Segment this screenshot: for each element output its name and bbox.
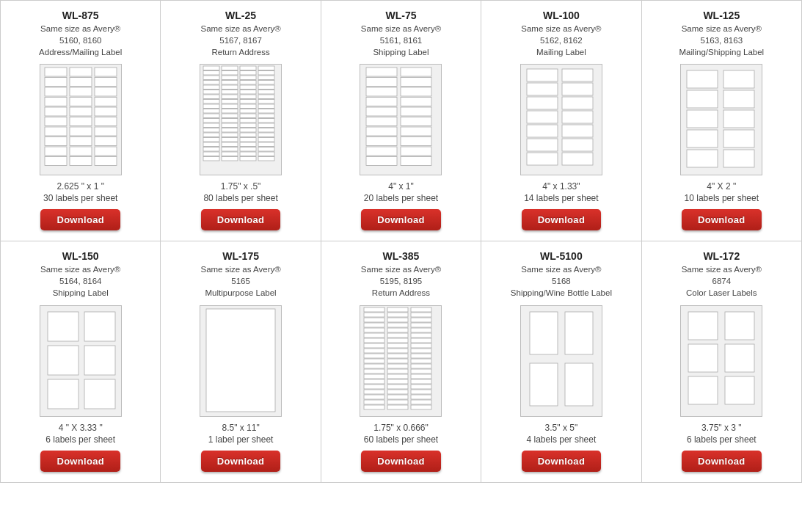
svg-rect-133 [562, 83, 593, 95]
svg-rect-53 [258, 90, 274, 95]
svg-rect-197 [364, 369, 384, 374]
svg-rect-3 [45, 78, 67, 87]
svg-rect-9 [45, 98, 67, 106]
svg-rect-80 [240, 123, 256, 128]
svg-rect-184 [411, 343, 431, 348]
download-button-wl-125[interactable]: Download [682, 209, 762, 230]
product-count-wl-75: 20 labels per sheet [364, 193, 438, 203]
download-button-wl-5100[interactable]: Download [522, 451, 602, 472]
label-preview-wl-175 [200, 305, 282, 417]
svg-rect-201 [387, 374, 408, 379]
svg-rect-145 [723, 70, 754, 88]
product-title-wl-172: WL-172 [703, 250, 740, 262]
svg-rect-32 [240, 66, 256, 70]
svg-rect-31 [222, 66, 238, 70]
product-count-wl-175: 1 label per sheet [208, 434, 274, 445]
svg-rect-196 [411, 364, 431, 368]
svg-rect-202 [411, 374, 431, 379]
svg-rect-102 [203, 152, 219, 156]
download-button-wl-100[interactable]: Download [522, 209, 602, 230]
product-title-wl-385: WL-385 [383, 250, 420, 262]
svg-rect-157 [84, 346, 115, 375]
label-preview-wl-385 [360, 305, 442, 417]
svg-rect-224 [565, 363, 593, 406]
product-count-wl-100: 14 labels per sheet [524, 193, 598, 203]
product-title-wl-25: WL-25 [225, 10, 256, 21]
svg-rect-78 [203, 123, 219, 128]
svg-rect-134 [527, 97, 558, 109]
svg-rect-124 [366, 137, 397, 146]
download-button-wl-175[interactable]: Download [201, 451, 281, 472]
product-title-wl-75: WL-75 [385, 10, 416, 21]
svg-rect-230 [725, 376, 754, 404]
download-button-wl-875[interactable]: Download [40, 209, 120, 230]
svg-rect-226 [725, 312, 754, 340]
svg-rect-123 [401, 127, 431, 136]
svg-rect-86 [203, 133, 219, 137]
product-cell-wl-125: WL-125 Same size as Avery®5163, 8163Mail… [642, 1, 802, 241]
svg-rect-209 [364, 390, 384, 394]
svg-rect-120 [366, 117, 397, 126]
svg-rect-204 [387, 379, 408, 384]
svg-rect-109 [258, 157, 274, 161]
svg-rect-5 [95, 78, 117, 87]
svg-rect-129 [401, 157, 431, 166]
svg-rect-93 [258, 138, 274, 142]
svg-rect-162 [387, 307, 408, 312]
svg-rect-221 [530, 312, 558, 354]
svg-rect-217 [411, 400, 431, 404]
svg-rect-72 [240, 114, 256, 118]
download-button-wl-75[interactable]: Download [361, 209, 441, 230]
svg-rect-52 [240, 90, 256, 95]
download-button-wl-25[interactable]: Download [201, 209, 281, 230]
svg-rect-36 [240, 71, 256, 76]
svg-rect-13 [70, 107, 92, 116]
label-preview-wl-100 [520, 64, 602, 175]
product-cell-wl-5100: WL-5100 Same size as Avery®5168Shipping/… [481, 241, 641, 482]
product-title-wl-150: WL-150 [62, 250, 99, 262]
label-preview-wl-25 [200, 64, 282, 175]
svg-rect-54 [203, 95, 219, 99]
svg-rect-181 [411, 338, 431, 343]
svg-rect-214 [411, 395, 431, 399]
svg-rect-0 [45, 68, 67, 76]
svg-rect-95 [222, 142, 238, 147]
svg-rect-25 [70, 147, 92, 156]
svg-rect-6 [45, 87, 67, 96]
svg-rect-70 [203, 114, 219, 118]
svg-rect-148 [687, 110, 718, 128]
svg-rect-161 [364, 307, 384, 312]
svg-rect-138 [527, 125, 558, 137]
svg-rect-7 [70, 87, 92, 96]
svg-rect-44 [240, 81, 256, 85]
svg-rect-96 [240, 142, 256, 147]
download-button-wl-385[interactable]: Download [361, 451, 441, 472]
label-preview-wl-5100 [520, 305, 602, 417]
svg-rect-98 [203, 147, 219, 152]
svg-rect-64 [240, 104, 256, 109]
svg-rect-26 [95, 147, 117, 156]
svg-rect-152 [687, 150, 718, 167]
download-button-wl-150[interactable]: Download [40, 451, 120, 472]
product-size-wl-150: 4 " X 3.33 " [59, 423, 103, 433]
svg-rect-68 [240, 109, 256, 114]
product-size-wl-125: 4" X 2 " [707, 181, 736, 192]
product-desc-wl-172: Same size as Avery®6874Color Laser Label… [682, 263, 762, 299]
product-cell-wl-150: WL-150 Same size as Avery®5164, 8164Ship… [1, 241, 161, 482]
svg-rect-192 [387, 359, 408, 363]
svg-rect-58 [203, 100, 219, 104]
svg-rect-67 [222, 109, 238, 114]
svg-rect-130 [527, 69, 558, 81]
svg-rect-125 [401, 137, 431, 146]
svg-rect-113 [401, 78, 431, 87]
svg-rect-141 [562, 139, 593, 151]
svg-rect-115 [401, 87, 431, 96]
svg-rect-114 [366, 87, 397, 96]
svg-rect-178 [411, 333, 431, 338]
svg-rect-149 [723, 110, 754, 128]
download-button-wl-172[interactable]: Download [682, 451, 762, 472]
svg-rect-211 [411, 390, 431, 394]
svg-rect-23 [95, 137, 117, 146]
svg-rect-160 [206, 309, 275, 412]
svg-rect-186 [387, 349, 408, 353]
